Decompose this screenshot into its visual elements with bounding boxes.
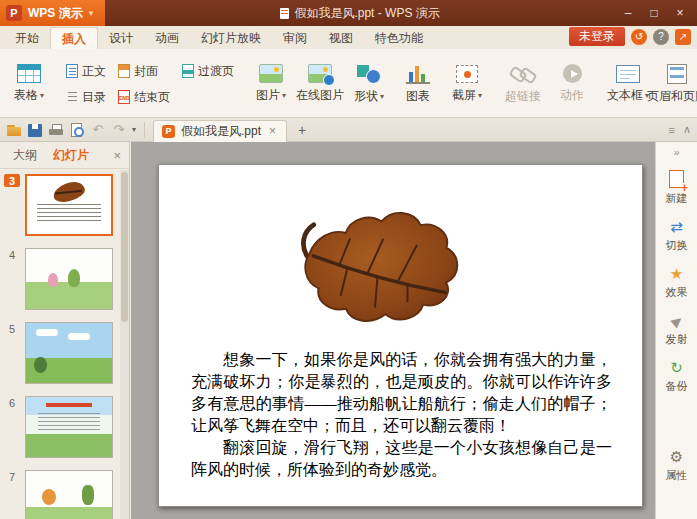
- properties-icon: ⚙: [670, 449, 683, 465]
- textbox-icon: [616, 65, 640, 83]
- slide-thumbnail-image[interactable]: [25, 248, 113, 310]
- panel-close-icon[interactable]: ×: [111, 148, 123, 163]
- slide-text-block[interactable]: 想象一下，如果你是风的话，你就会拥有强大的力量，充满破坏力；你是暴烈的，也是顽皮…: [191, 349, 612, 481]
- fullscreen-icon[interactable]: ↗: [675, 29, 691, 45]
- new-slide-button[interactable]: 新建: [666, 170, 688, 206]
- header-footer-icon: [667, 64, 687, 84]
- slide-number: 3: [4, 174, 20, 187]
- shapes-icon: [356, 64, 382, 84]
- app-menu-button[interactable]: P WPS 演示 ▾: [0, 0, 105, 26]
- window-title: 假如我是风.ppt - WPS 演示: [105, 5, 615, 22]
- transition-page-icon: [182, 64, 194, 78]
- scrollbar-thumb[interactable]: [121, 172, 128, 322]
- outline-tab[interactable]: 大纲: [6, 147, 44, 164]
- open-file-icon[interactable]: [6, 122, 22, 138]
- slide-thumbnail-image[interactable]: [25, 470, 113, 519]
- slide-paragraph-2: 翻滚回旋，滑行飞翔，这些是一个小女孩想像自己是一阵风的时候，所体验到的奇妙感觉。: [191, 437, 612, 481]
- tab-special-features[interactable]: 特色功能: [364, 27, 434, 49]
- hyperlink-icon: [510, 64, 536, 84]
- redo-icon[interactable]: ↷: [111, 122, 127, 137]
- screenshot-icon: [456, 65, 478, 83]
- document-tab[interactable]: P 假如我是风.ppt ×: [153, 120, 287, 142]
- wps-app-icon: P: [6, 5, 22, 21]
- tab-review[interactable]: 审阅: [272, 27, 318, 49]
- properties-button[interactable]: ⚙ 属性: [666, 449, 688, 483]
- transition-page-button[interactable]: 过渡页: [182, 61, 234, 81]
- backup-button[interactable]: ↻ 备份: [666, 360, 688, 394]
- thumbnail-leaf-image: [51, 179, 86, 204]
- document-tab-label: 假如我是风.ppt: [181, 123, 261, 140]
- print-icon[interactable]: [48, 122, 64, 138]
- document-tab-close-icon[interactable]: ×: [267, 124, 278, 138]
- transition-button[interactable]: ⇄ 切换: [666, 219, 688, 253]
- tab-animation[interactable]: 动画: [144, 27, 190, 49]
- toc-icon: [66, 90, 78, 104]
- action-icon: [563, 64, 582, 83]
- right-task-panel: » 新建 ⇄ 切换 ★ 效果 ▶ 发射 ↻ 备份 ⚙ 属性: [655, 142, 697, 519]
- toolbar-customize-caret-icon[interactable]: ▾: [132, 125, 136, 134]
- cover-page-button[interactable]: 封面: [118, 61, 170, 81]
- maximize-button[interactable]: □: [641, 3, 667, 23]
- online-picture-icon: [308, 64, 332, 83]
- app-name: WPS 演示: [28, 5, 83, 22]
- login-button[interactable]: 未登录: [569, 27, 625, 46]
- header-footer-button[interactable]: 页眉和页脚: [656, 53, 697, 115]
- new-tab-button[interactable]: +: [292, 122, 312, 138]
- online-picture-button[interactable]: 在线图片: [299, 53, 341, 115]
- tab-view[interactable]: 视图: [318, 27, 364, 49]
- slide-thumbnail-image[interactable]: [25, 322, 113, 384]
- textbox-button[interactable]: 文本框▾: [607, 53, 649, 115]
- print-preview-icon[interactable]: [69, 122, 85, 138]
- toc-button[interactable]: 目录: [66, 87, 106, 107]
- end-page-button[interactable]: 结束页: [118, 87, 170, 107]
- tab-list-icon[interactable]: ≡: [669, 124, 675, 136]
- slide[interactable]: 想象一下，如果你是风的话，你就会拥有强大的力量，充满破坏力；你是暴烈的，也是顽皮…: [158, 164, 643, 507]
- save-icon[interactable]: [27, 122, 43, 138]
- screenshot-button[interactable]: 截屏▾: [446, 53, 488, 115]
- refresh-icon[interactable]: ↺: [631, 29, 647, 45]
- ribbon-collapse-icon[interactable]: ∧: [683, 123, 691, 136]
- picture-button[interactable]: 图片▾: [250, 53, 292, 115]
- panel-collapse-icon[interactable]: »: [673, 146, 679, 158]
- effect-icon: ★: [670, 266, 683, 282]
- slide-canvas[interactable]: 想象一下，如果你是风的话，你就会拥有强大的力量，充满破坏力；你是暴烈的，也是顽皮…: [131, 142, 655, 519]
- slide-thumbnail-5[interactable]: 5: [4, 322, 113, 384]
- chart-button[interactable]: 图表: [397, 53, 439, 115]
- leaf-image[interactable]: [270, 189, 484, 354]
- table-button[interactable]: 表格▾: [8, 53, 50, 115]
- tab-slideshow[interactable]: 幻灯片放映: [190, 27, 272, 49]
- minimize-button[interactable]: –: [615, 3, 641, 23]
- undo-icon[interactable]: ↶: [90, 122, 106, 137]
- slides-scrollbar[interactable]: [120, 170, 129, 519]
- ribbon: 表格▾ 正文 封面 过渡页 目录 结束页 图片▾ 在线图片: [0, 49, 697, 118]
- slide-thumbnail-4[interactable]: 4: [4, 248, 113, 310]
- help-icon[interactable]: ?: [653, 29, 669, 45]
- tab-start[interactable]: 开始: [4, 27, 50, 49]
- tab-design[interactable]: 设计: [98, 27, 144, 49]
- table-caret-icon: ▾: [40, 91, 44, 100]
- body-text-button[interactable]: 正文: [66, 61, 106, 81]
- slides-panel: 大纲 幻灯片 × 3 4 5 6 7: [0, 142, 130, 519]
- effect-button[interactable]: ★ 效果: [666, 266, 688, 300]
- shapes-button[interactable]: 形状▾: [348, 53, 390, 115]
- tabbar-right-controls: ≡ ∧: [669, 123, 691, 136]
- slide-thumbnail-image[interactable]: [25, 174, 113, 236]
- picture-icon: [259, 64, 283, 83]
- send-button[interactable]: ▶ 发射: [666, 313, 688, 347]
- close-button[interactable]: ×: [667, 3, 693, 23]
- window-controls: – □ ×: [615, 3, 697, 23]
- slide-thumbnail-3[interactable]: 3: [4, 174, 113, 236]
- slide-number: 7: [4, 470, 20, 483]
- ribbon-tab-row-right: 未登录 ↺ ? ↗: [569, 26, 697, 49]
- action-button: 动作: [551, 53, 593, 115]
- slide-number: 6: [4, 396, 20, 409]
- slide-number: 5: [4, 322, 20, 335]
- tab-insert[interactable]: 插入: [50, 27, 98, 49]
- picture-caret-icon: ▾: [282, 91, 286, 100]
- slide-thumbnail-7[interactable]: 7: [4, 470, 113, 519]
- slide-thumbnail-image[interactable]: [25, 396, 113, 458]
- slides-tab[interactable]: 幻灯片: [46, 147, 96, 164]
- page-templates-group: 正文 封面 过渡页 目录 结束页: [64, 53, 236, 115]
- slide-thumbnail-6[interactable]: 6: [4, 396, 113, 458]
- screenshot-caret-icon: ▾: [478, 91, 482, 100]
